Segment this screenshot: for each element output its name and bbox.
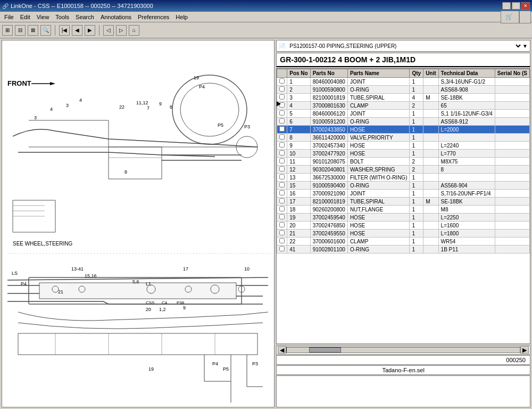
row-checkbox[interactable] xyxy=(277,158,287,166)
row-tech: SE-18BK xyxy=(438,198,495,206)
table-row[interactable]: 5 80460006120 JOINT 1 S,1 1/16-12UNF-G3/… xyxy=(277,110,530,118)
row-serial xyxy=(495,246,529,253)
parts-order-button[interactable]: 🛒 xyxy=(501,11,519,23)
table-row[interactable]: 4 37000801630 CLAMP 2 65 xyxy=(277,102,530,110)
menu-search[interactable]: Search xyxy=(72,13,97,21)
maximize-button[interactable]: □ xyxy=(512,2,520,10)
row-serial xyxy=(495,158,529,166)
row-parts-name: WASHER,SPRING xyxy=(347,166,410,174)
row-checkbox[interactable] xyxy=(277,118,287,126)
table-row[interactable]: 16 37000921090 JOINT 1 S,7/16-20UNF-PF1/… xyxy=(277,190,530,198)
svg-text:CSS: CSS xyxy=(146,300,154,305)
row-qty: 1 xyxy=(410,182,423,190)
row-parts-no: 37002459550 xyxy=(310,230,347,238)
table-row[interactable]: 13 36672530000 FILTER (WITH O-RING) 1 xyxy=(277,174,530,182)
horizontal-scrollbar[interactable]: ◀ ▶ xyxy=(276,345,530,355)
close-button[interactable]: ✕ xyxy=(521,2,530,10)
row-serial xyxy=(495,206,529,214)
row-serial xyxy=(495,198,529,206)
row-checkbox[interactable] xyxy=(277,142,287,150)
row-checkbox[interactable] xyxy=(277,222,287,230)
table-row[interactable]: 9 37002457340 HOSE 1 L=2240 xyxy=(277,142,530,150)
nav-back[interactable]: ◁ xyxy=(103,25,114,36)
table-row[interactable]: 19 37002459540 HOSE 1 L=2250 xyxy=(277,214,530,222)
row-checkbox[interactable] xyxy=(277,198,287,206)
toolbar-icon-4[interactable]: 🔍 xyxy=(40,25,51,36)
help-button[interactable] xyxy=(519,11,531,23)
row-unit xyxy=(423,214,438,222)
minimize-button[interactable]: _ xyxy=(502,2,511,10)
row-checkbox[interactable] xyxy=(277,230,287,238)
row-checkbox[interactable] xyxy=(277,150,287,158)
row-checkbox[interactable] xyxy=(277,110,287,118)
row-checkbox[interactable] xyxy=(277,182,287,190)
row-checkbox[interactable] xyxy=(277,86,287,94)
table-row[interactable]: 6 91000591200 O-RING 1 ASS68-912 xyxy=(277,118,530,126)
dropdown-arrow[interactable]: ▼ xyxy=(522,43,528,49)
table-row[interactable]: 18 90260200800 NUT,FLANGE 1 M8 xyxy=(277,206,530,214)
parts-dropdown-select[interactable]: PS1200157-00 PIPING,STEERING (UPPER) xyxy=(287,43,522,50)
row-checkbox[interactable] xyxy=(277,174,287,182)
scroll-left-btn[interactable]: ◀ xyxy=(278,346,286,354)
table-row[interactable]: 8 36611420000 VALVE,PRIORITY 1 xyxy=(277,134,530,142)
table-row[interactable]: 1 80460004080 JOINT 1 S,3/4-16UNF-G1/2 xyxy=(277,78,530,86)
nav-prev[interactable]: ◀ xyxy=(72,25,82,36)
toolbar-icon-3[interactable]: ⊠ xyxy=(28,25,38,36)
menu-file[interactable]: File xyxy=(1,13,17,21)
row-checkbox[interactable] xyxy=(277,126,287,134)
row-checkbox[interactable] xyxy=(277,206,287,214)
scroll-track[interactable] xyxy=(286,347,520,353)
svg-text:1,2: 1,2 xyxy=(159,307,166,312)
menu-help[interactable]: Help xyxy=(172,13,191,21)
col-serial: Serial No (S xyxy=(495,69,529,78)
row-checkbox[interactable] xyxy=(277,246,287,253)
row-checkbox[interactable] xyxy=(277,78,287,86)
table-row[interactable]: 41 91002801100 O-RING 1 1B P11 xyxy=(277,246,530,253)
row-qty: 1 xyxy=(410,206,423,214)
nav-next[interactable]: ▶ xyxy=(85,25,95,36)
table-row[interactable]: 3 82100001819 TUBE,SPIRAL 4 M SE-18BK xyxy=(277,94,530,102)
row-qty: 1 xyxy=(410,134,423,142)
table-scroll-area[interactable]: Pos No Parts No Parts Name Qty Unit Tech… xyxy=(277,69,530,343)
row-pos: 17 xyxy=(287,198,310,206)
row-checkbox[interactable] xyxy=(277,238,287,246)
scroll-right-btn[interactable]: ▶ xyxy=(520,346,529,354)
nav-home[interactable]: ⌂ xyxy=(129,25,139,36)
row-checkbox[interactable] xyxy=(277,190,287,198)
row-qty: 1 xyxy=(410,238,423,246)
menu-edit[interactable]: Edit xyxy=(17,13,34,21)
row-serial xyxy=(495,222,529,230)
table-row[interactable]: 15 91000590400 O-RING 1 AS568-904 xyxy=(277,182,530,190)
row-pos: 13 xyxy=(287,174,310,182)
diagram-area[interactable]: FRONT P4 P5 P3 19 xyxy=(2,40,274,407)
svg-text:3: 3 xyxy=(66,103,69,108)
menu-preferences[interactable]: Preferences xyxy=(135,13,172,21)
table-row[interactable]: 17 82100001819 TUBE,SPIRAL 1 M SE-18BK xyxy=(277,198,530,206)
svg-text:3: 3 xyxy=(34,115,37,120)
svg-text:22: 22 xyxy=(119,104,124,110)
toolbar-icon-2[interactable]: ⊟ xyxy=(15,25,26,36)
row-checkbox[interactable] xyxy=(277,214,287,222)
table-row[interactable]: 11 90101208075 BOLT 2 M8X75 xyxy=(277,158,530,166)
row-checkbox[interactable] xyxy=(277,134,287,142)
table-row[interactable]: 21 37002459550 HOSE 1 L=1800 xyxy=(277,230,530,238)
nav-forward[interactable]: ▷ xyxy=(116,25,127,36)
table-row[interactable]: 7 37002433850 HOSE 1 L=2000 xyxy=(277,126,530,134)
row-tech: S,3/4-16UNF-G1/2 xyxy=(438,78,495,86)
table-row[interactable]: 12 90302040801 WASHER,SPRING 2 8 xyxy=(277,166,530,174)
toolbar-icon-1[interactable]: ⊞ xyxy=(2,25,13,36)
row-parts-no: 37002476850 xyxy=(310,222,347,230)
scroll-thumb[interactable] xyxy=(309,347,341,353)
menu-annotations[interactable]: Annotations xyxy=(97,13,135,21)
menu-tools[interactable]: Tools xyxy=(52,13,72,21)
row-checkbox[interactable] xyxy=(277,166,287,174)
menu-view[interactable]: View xyxy=(34,13,53,21)
table-row[interactable]: 22 37000601600 CLAMP 1 WR54 xyxy=(277,238,530,246)
row-tech: S,7/16-20UNF-PF1/4 xyxy=(438,190,495,198)
row-qty: 1 xyxy=(410,222,423,230)
table-row[interactable]: 20 37002476850 HOSE 1 L=1600 xyxy=(277,222,530,230)
table-row[interactable]: 2 91000590800 O-RING 1 ASS68-908 xyxy=(277,86,530,94)
nav-first[interactable]: |◀ xyxy=(59,25,70,36)
table-row[interactable]: 10 37002477920 HOSE 1 L=770 xyxy=(277,150,530,158)
diagram-panel: FRONT P4 P5 P3 19 xyxy=(2,40,275,407)
